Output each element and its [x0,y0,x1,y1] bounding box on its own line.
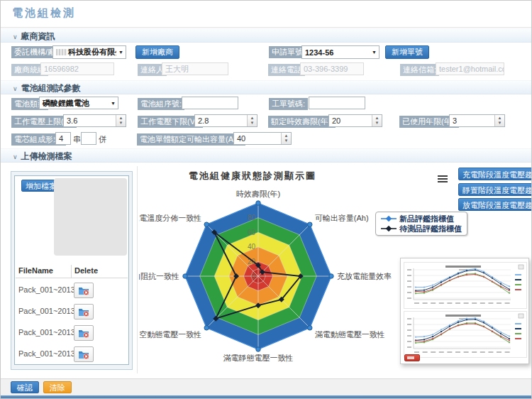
email-label: 連絡信箱: [400,64,439,76]
delete-file-button[interactable] [74,304,94,319]
section-header-vendor[interactable]: ∨廠商資訊 [1,28,531,43]
delete-folder-icon [78,349,89,359]
radar-legend: 新品評鑑指標值 待測品評鑑指標值 [375,212,467,236]
content-divider [137,166,138,373]
radar-axis-label: 充電溫度分佈一致性 [139,214,201,222]
tax-id-field[interactable]: 16596982 [40,62,114,75]
radar-axis-label: 滿電動態電壓一致性 [315,330,385,339]
delete-file-button[interactable] [74,346,94,362]
legend-marker-tested-icon [381,225,397,232]
table-row: Pack_001~201307 [14,346,129,364]
legend-marker-new-icon [381,215,397,222]
apply-no-label: 申請單號 [269,46,306,58]
workorder-field[interactable] [309,97,365,109]
censored-block [56,49,67,55]
vmin-label: 工作電壓下限(V): [138,116,203,128]
stage-trend-button-2[interactable]: 靜置階段溫度電壓趨勢 [458,183,532,196]
radar-axis-label: 可輸出容量(Ah) [315,214,369,222]
org-select[interactable]: 科技股份有限公司 ▼ [52,45,126,59]
spinner-icon[interactable]: ▲▼ [247,115,257,126]
table-row: Pack_001~201307 [14,282,129,300]
serial-field[interactable] [182,97,238,109]
delete-folder-icon [78,307,89,317]
file-table-header-delete: Delete [74,266,98,275]
page-title: 電池組檢測 [12,6,76,20]
radar-axis-label: 內阻抗一致性 [139,272,179,280]
dropdown-arrow-icon: ▼ [116,50,126,55]
radar-axis-label: 時效壽限(年) [236,190,280,198]
confirm-button[interactable]: 確認 [11,381,39,393]
series-unit-label: 串 [73,134,81,145]
spinner-icon[interactable]: ▲▼ [372,115,382,126]
legend-label: 待測品評鑑指標值 [399,224,462,234]
apply-no-value: 1234-56 [302,48,370,57]
contact-field[interactable]: 王大明 [162,62,228,75]
phone-field[interactable]: 03-396-3399 [300,62,364,75]
life-label: 額定時效壽限(年): [268,116,336,128]
legend-item-tested[interactable]: 待測品評鑑指標值 [381,224,462,234]
radar-axis-label: 滿電靜態電壓一致性 [223,354,294,362]
trend-thumbnail-chart-1 [404,262,527,309]
stage-trend-button-1[interactable]: 充電階段溫度電壓趨勢 [458,168,532,180]
svg-text:40: 40 [248,243,256,251]
delete-folder-icon [78,328,89,338]
spinner-icon[interactable]: ▲▼ [494,115,504,126]
column-divider [71,265,72,278]
battery-type-select[interactable]: 磷酸鋰鐵電池 ▼ [39,97,118,109]
trend-thumbnail-chart-2 [404,311,527,358]
serial-label: 電池組序號: [138,98,184,110]
header-underline [16,278,128,278]
section-title: 電池組測試參數 [21,83,81,93]
vmin-stepper[interactable]: 2.8 ▲▼ [194,114,257,127]
dropdown-arrow-icon: ▼ [109,101,118,106]
apply-no-select[interactable]: 1234-56 ▼ [301,45,379,59]
delete-file-button[interactable] [74,283,94,298]
org-value: 科技股份有限公司 [68,48,116,56]
radar-axis-label: 充放電能量效率 [337,272,392,280]
legend-label: 新品評鑑指標值 [399,214,454,224]
email-field[interactable]: tester1@hotmail.co [436,62,504,75]
delete-folder-icon [78,285,89,295]
file-table-header-filename: FileName [18,266,53,275]
capacity-label: 電池單體額定可輸出容量(Ah): [137,133,245,146]
clear-button[interactable]: 清除 [43,381,72,393]
spinner-icon[interactable]: ▲▼ [281,133,291,144]
radar-axis-label: 放空動態電壓一致性 [139,330,201,339]
bottom-bar [1,395,531,399]
cell-series-field[interactable]: 4 [55,132,71,145]
capacity-stepper[interactable]: 40 ▲▼ [233,132,292,145]
battery-inspection-page: 電池組檢測 ∨廠商資訊 委託機構/廠商 科技股份有限公司 ▼ 新增廠商 申請單號… [0,0,532,399]
file-drop-zone[interactable] [54,178,127,256]
used-years-stepper[interactable]: 3 ▲▼ [449,114,505,127]
table-row: Pack_001~201307 [14,324,129,343]
stage-trend-button-3[interactable]: 放電階段溫度電壓趨勢 [458,198,532,211]
legend-item-new[interactable]: 新品評鑑指標值 [381,214,462,224]
parallel-unit-label: 併 [99,134,106,145]
header-divider [1,27,531,28]
trend-thumbnail-panel[interactable] [400,258,529,364]
section-header-params[interactable]: ∨電池組測試參數 [1,80,531,94]
section-title: 上傳檢測檔案 [21,151,72,161]
svg-text:0: 0 [251,273,255,280]
workorder-label: 工單號碼: [269,98,308,110]
section-header-upload[interactable]: ∨上傳檢測檔案 [1,148,531,163]
svg-text:60: 60 [248,229,256,236]
chevron-down-icon: ∨ [13,33,18,40]
thumbnail-action-button[interactable] [404,354,420,361]
spinner-icon[interactable]: ▲▼ [116,115,126,126]
add-apply-no-button[interactable]: 新增單號 [385,45,429,59]
life-stepper[interactable]: 20 ▲▼ [328,114,382,127]
section-title: 廠商資訊 [21,31,55,41]
cell-parallel-field[interactable] [81,132,96,145]
dropdown-arrow-icon: ▼ [370,50,379,55]
chevron-down-icon: ∨ [13,153,18,160]
svg-text:80: 80 [248,214,256,222]
footer-strip [1,378,531,396]
add-vendor-button[interactable]: 新增廠商 [135,45,179,59]
chevron-down-icon: ∨ [13,85,18,92]
vmax-stepper[interactable]: 3.6 ▲▼ [63,114,126,127]
delete-file-button[interactable] [74,325,94,341]
table-row: Pack_001~201307 [14,303,129,322]
